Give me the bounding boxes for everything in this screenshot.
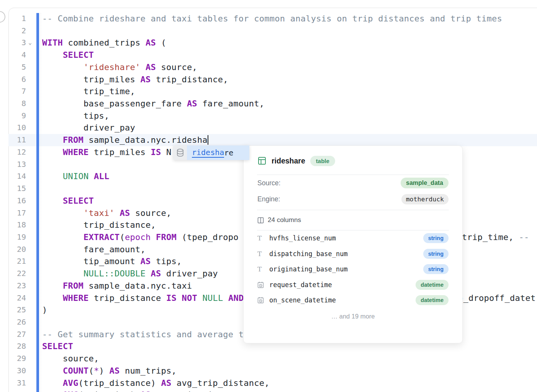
code-token: [42, 62, 83, 72]
code-token: -- Combine rideshare and taxi tables for…: [42, 14, 502, 23]
code-line[interactable]: 3⌄WITH combined_trips AS (: [8, 37, 537, 49]
line-number[interactable]: 21: [8, 255, 26, 268]
code-token: trip_distance: [88, 293, 166, 303]
code-line-text: tips,: [42, 110, 109, 122]
code-line[interactable]: 32 AVG(trip_time) AS avg_trip_time,: [8, 389, 537, 392]
line-number[interactable]: 24: [8, 292, 26, 304]
code-line-text: SELECT: [42, 195, 94, 207]
line-number[interactable]: 29: [8, 353, 26, 365]
line-number[interactable]: 16: [8, 195, 26, 207]
code-line-text: source,: [42, 353, 99, 365]
code-line[interactable]: 5 'rideshare' AS source,: [8, 61, 537, 74]
code-line[interactable]: 7 trip_time,: [8, 85, 537, 98]
code-token: combined_trips: [63, 38, 146, 47]
line-number[interactable]: 2: [8, 25, 26, 37]
column-row: Tdispatching_base_numstring: [257, 246, 449, 262]
line-number[interactable]: 22: [8, 268, 26, 280]
code-token: tip_amount: [42, 256, 140, 266]
code-line[interactable]: 31 AVG(trip_distance) AS avg_trip_distan…: [8, 377, 537, 389]
code-token: IS: [151, 147, 161, 157]
calendar-clock-icon: [257, 281, 265, 288]
line-number[interactable]: 4: [8, 49, 26, 61]
line-number[interactable]: 32: [8, 389, 26, 392]
calendar-clock-icon: [257, 297, 265, 304]
code-token: [197, 293, 203, 303]
code-token: fare_amount,: [42, 245, 146, 254]
line-number[interactable]: 20: [8, 243, 26, 256]
column-name: request_datetime: [269, 281, 416, 289]
line-number[interactable]: 9: [8, 110, 26, 122]
autocomplete-suggestion-rideshare[interactable]: rideshare: [187, 145, 249, 160]
code-line-text: UNION ALL: [42, 170, 109, 183]
line-number[interactable]: 27: [8, 328, 26, 341]
code-token: trip_miles: [42, 75, 140, 84]
more-columns-text: … and 19 more: [257, 313, 449, 320]
line-number[interactable]: 31: [8, 377, 26, 389]
line-number[interactable]: 15: [8, 183, 26, 195]
code-line-text: NULL::DOUBLE AS driver_pay: [42, 268, 218, 280]
code-line[interactable]: 11 FROM sample_data.nyc.ridesha: [8, 134, 537, 146]
code-line[interactable]: 8 base_passenger_fare AS fare_amount,: [8, 98, 537, 110]
code-token: NULL::DOUBLE: [83, 269, 146, 278]
code-token: trip_distance,: [42, 220, 156, 230]
code-token: FROM: [156, 232, 177, 242]
line-number[interactable]: 8: [8, 98, 26, 110]
code-token: epoch: [125, 232, 151, 242]
code-line[interactable]: 2: [8, 25, 537, 37]
column-row: on_scene_datetimedatetime: [257, 292, 449, 308]
suggestion-matched-text: ridesha: [192, 148, 224, 158]
code-token: N: [161, 147, 171, 157]
line-number[interactable]: 23: [8, 280, 26, 292]
code-token: tips,: [42, 111, 109, 121]
code-token: driver_pay: [161, 269, 218, 278]
line-number[interactable]: 26: [8, 316, 26, 328]
line-number[interactable]: 10: [8, 122, 26, 134]
fold-chevron-icon[interactable]: ⌄: [28, 37, 32, 49]
edge-decoration: [0, 11, 5, 23]
code-line[interactable]: 1-- Combine rideshare and taxi tables fo…: [8, 13, 537, 25]
line-number[interactable]: 12: [8, 146, 26, 158]
line-number[interactable]: 13: [8, 158, 26, 171]
code-token: [42, 281, 63, 291]
code-line[interactable]: 29 source,: [8, 353, 537, 365]
code-token: --: [519, 232, 529, 242]
code-token: [223, 293, 228, 303]
line-number[interactable]: 18: [8, 219, 26, 231]
code-token: ): [42, 305, 47, 315]
code-token: [42, 232, 83, 242]
code-line[interactable]: 30 COUNT(*) AS num_trips,: [8, 365, 537, 377]
line-number[interactable]: 14: [8, 170, 26, 183]
line-number[interactable]: 6: [8, 74, 26, 86]
column-name: on_scene_datetime: [269, 296, 416, 304]
line-number[interactable]: 28: [8, 340, 26, 353]
code-line[interactable]: 10 driver_pay: [8, 122, 537, 134]
code-token: (: [156, 38, 166, 47]
line-number[interactable]: 11: [8, 134, 26, 146]
line-number[interactable]: 1: [8, 13, 26, 25]
line-number[interactable]: 19: [8, 231, 26, 243]
code-token: AS: [109, 366, 120, 376]
line-number[interactable]: 25: [8, 304, 26, 316]
line-number[interactable]: 3: [8, 37, 26, 49]
code-token: WITH: [42, 38, 63, 47]
code-token: [115, 208, 120, 218]
line-number[interactable]: 30: [8, 365, 26, 377]
line-number[interactable]: 17: [8, 207, 26, 219]
code-token: [151, 232, 156, 242]
line-number[interactable]: 5: [8, 61, 26, 74]
code-token: [42, 390, 63, 392]
code-line[interactable]: 6 trip_miles AS trip_distance,: [8, 74, 537, 86]
code-line-text-right: p_dropoff_datet: [458, 292, 535, 304]
code-token: AS: [151, 269, 161, 278]
code-line[interactable]: 4 SELECT: [8, 49, 537, 61]
code-token: AS: [140, 390, 151, 392]
code-line[interactable]: 9 tips,: [8, 110, 537, 122]
code-token: [88, 172, 94, 181]
line-number[interactable]: 7: [8, 85, 26, 98]
code-line-text: WHERE trip_miles IS N: [42, 146, 171, 158]
code-line-text: -- Get summary statistics and average t: [42, 328, 244, 341]
code-token: AS: [187, 99, 197, 108]
engine-badge: motherduck: [401, 194, 449, 204]
text-type-icon: T: [257, 250, 265, 258]
table-icon: [257, 156, 267, 165]
